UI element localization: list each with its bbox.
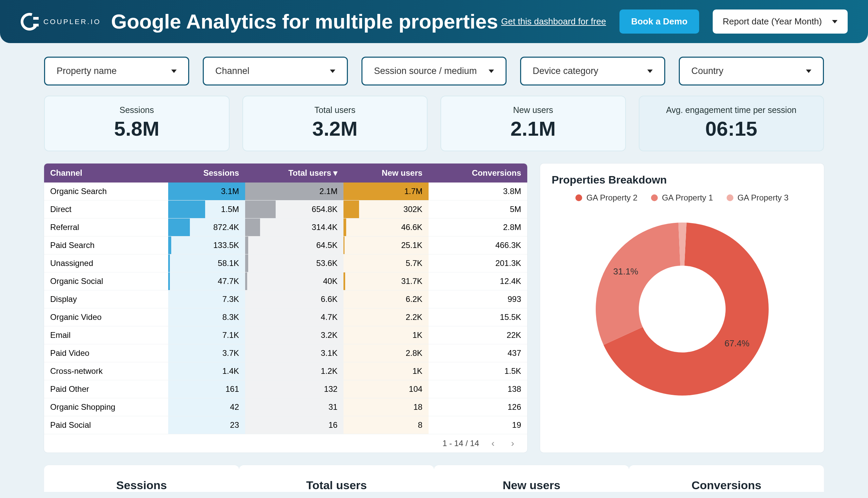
table-cell: Organic Shopping (44, 398, 168, 416)
table-header[interactable]: Sessions (168, 163, 245, 183)
kpi-row: Sessions5.8MTotal users3.2MNew users2.1M… (0, 96, 868, 163)
channel-table: ChannelSessionsTotal users ▾New usersCon… (44, 163, 527, 434)
donut-title: Properties Breakdown (552, 174, 812, 186)
kpi-card: New users2.1M (440, 96, 626, 151)
table-cell: 872.4K (168, 219, 245, 236)
kpi-value: 3.2M (250, 117, 420, 141)
table-cell: 138 (429, 380, 527, 398)
table-row: Organic Shopping423118126 (44, 398, 527, 416)
table-cell: 466.3K (429, 236, 527, 254)
table-pager: 1 - 14 / 14 ‹ › (44, 434, 527, 453)
table-row: Cross-network1.4K1.2K1K1.5K (44, 362, 527, 380)
filter-session-source-medium[interactable]: Session source / medium (361, 57, 507, 86)
table-cell: 3.2K (245, 326, 344, 344)
table-row: Unassigned58.1K53.6K5.7K201.3K (44, 254, 527, 272)
book-demo-button[interactable]: Book a Demo (619, 10, 699, 34)
table-cell: 1.5K (429, 362, 527, 380)
table-header[interactable]: Conversions (429, 163, 527, 183)
pager-prev-button[interactable]: ‹ (487, 437, 499, 449)
table-cell: Paid Search (44, 236, 168, 254)
filter-label: Country (691, 66, 723, 76)
table-cell: Direct (44, 200, 168, 219)
table-cell: 133.5K (168, 236, 245, 254)
table-cell: 7.3K (168, 290, 245, 309)
table-cell: Email (44, 326, 168, 344)
table-cell: 2.1M (245, 183, 344, 200)
filter-label: Session source / medium (374, 66, 477, 76)
legend-item[interactable]: GA Property 2 (575, 193, 638, 202)
report-date-label: Report date (Year Month) (723, 16, 822, 27)
donut-slice-label: 31.1% (613, 266, 638, 276)
report-date-select[interactable]: Report date (Year Month) (713, 10, 847, 34)
channel-table-card: ChannelSessionsTotal users ▾New usersCon… (44, 163, 527, 453)
table-cell: 40K (245, 272, 344, 290)
table-cell: 3.7K (168, 344, 245, 362)
kpi-card: Sessions5.8M (44, 96, 229, 151)
table-header[interactable]: New users (344, 163, 428, 183)
table-cell: 993 (429, 290, 527, 309)
chevron-down-icon (489, 69, 494, 73)
kpi-value: 2.1M (448, 117, 618, 141)
table-cell: 2.8M (429, 219, 527, 236)
table-cell: 104 (344, 380, 428, 398)
table-cell: 47.7K (168, 272, 245, 290)
kpi-card: Total users3.2M (242, 96, 428, 151)
legend-label: GA Property 1 (662, 193, 713, 202)
table-cell: 132 (245, 380, 344, 398)
table-cell: 53.6K (245, 254, 344, 272)
table-cell: Unassigned (44, 254, 168, 272)
legend-swatch (651, 194, 658, 201)
table-cell: 22K (429, 326, 527, 344)
chevron-down-icon (171, 69, 177, 73)
donut-chart: 67.4%31.1% (574, 207, 791, 404)
donut-legend: GA Property 2GA Property 1GA Property 3 (552, 193, 812, 202)
filter-property-name[interactable]: Property name (44, 57, 189, 86)
section-header: Conversions (629, 465, 824, 492)
kpi-card: Avg. engagement time per session06:15 (639, 96, 824, 151)
filter-device-category[interactable]: Device category (520, 57, 665, 86)
svg-point-0 (21, 13, 39, 31)
filter-label: Channel (215, 66, 250, 76)
filter-channel[interactable]: Channel (203, 57, 348, 86)
filter-country[interactable]: Country (679, 57, 824, 86)
table-cell: 1.4K (168, 362, 245, 380)
main-row: ChannelSessionsTotal users ▾New usersCon… (0, 163, 868, 465)
table-cell: Paid Other (44, 380, 168, 398)
table-cell: 2.8K (344, 344, 428, 362)
table-header[interactable]: Channel (44, 163, 168, 183)
table-row: Paid Video3.7K3.1K2.8K437 (44, 344, 527, 362)
donut-slice[interactable] (596, 223, 680, 345)
table-cell: 1.2K (245, 362, 344, 380)
table-cell: 201.3K (429, 254, 527, 272)
properties-breakdown-card: Properties Breakdown GA Property 2GA Pro… (540, 163, 824, 453)
get-dashboard-link[interactable]: Get this dashboard for free (501, 16, 606, 27)
section-header: Sessions (44, 465, 239, 492)
table-cell: 25.1K (344, 236, 428, 254)
table-cell: 654.8K (245, 200, 344, 219)
table-cell: 1K (344, 362, 428, 380)
table-row: Email7.1K3.2K1K22K (44, 326, 527, 344)
svg-rect-1 (33, 17, 39, 20)
table-cell: 19 (429, 416, 527, 434)
chevron-down-icon (330, 69, 335, 73)
table-cell: Paid Video (44, 344, 168, 362)
table-cell: 8.3K (168, 309, 245, 326)
table-cell: 5.7K (344, 254, 428, 272)
table-cell: 161 (168, 380, 245, 398)
table-row: Paid Other161132104138 (44, 380, 527, 398)
table-cell: 31.7K (344, 272, 428, 290)
logo-text: COUPLER.IO (43, 18, 101, 26)
legend-item[interactable]: GA Property 1 (651, 193, 713, 202)
table-header[interactable]: Total users ▾ (245, 163, 344, 183)
table-cell: 437 (429, 344, 527, 362)
legend-item[interactable]: GA Property 3 (726, 193, 789, 202)
table-cell: 3.1M (168, 183, 245, 200)
table-cell: 1.7M (344, 183, 428, 200)
kpi-label: New users (448, 105, 618, 115)
table-cell: 64.5K (245, 236, 344, 254)
kpi-value: 06:15 (646, 117, 817, 141)
chevron-down-icon (832, 20, 838, 23)
pager-next-button[interactable]: › (507, 437, 518, 449)
table-cell: 3.1K (245, 344, 344, 362)
table-cell: 4.7K (245, 309, 344, 326)
